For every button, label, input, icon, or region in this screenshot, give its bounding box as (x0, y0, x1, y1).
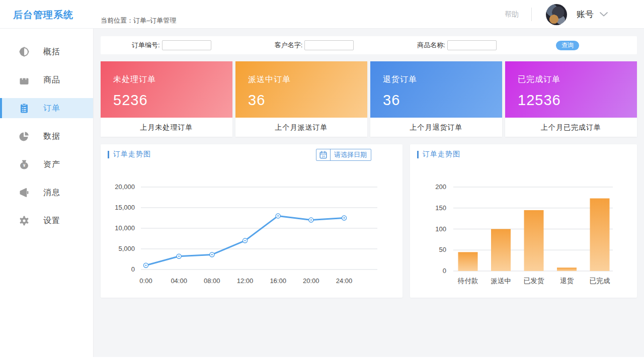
order-search-bar: 订单编号: 客户名字: 商品名称: 查询 (101, 36, 637, 54)
admin-dashboard: 后台管理系统 当前位置：订单–订单管理 帮助 账号 概括 (0, 0, 644, 362)
stat-card-returns: 退货订单 36 上个月退货订单 (370, 61, 502, 137)
help-link[interactable]: 帮助 (505, 10, 519, 19)
stat-card-footer: 上月未处理订单 (101, 118, 232, 137)
svg-text:200: 200 (435, 183, 446, 191)
svg-text:12:00: 12:00 (237, 277, 254, 285)
svg-text:50: 50 (439, 246, 446, 253)
sidebar-item-orders[interactable]: 订单 (0, 98, 93, 118)
header-divider (531, 8, 532, 21)
pie-chart-icon (18, 130, 30, 142)
svg-text:10,000: 10,000 (115, 224, 135, 232)
stat-card-value: 12536 (518, 92, 637, 109)
svg-text:20,000: 20,000 (115, 183, 135, 191)
money-bag-icon: ¥ (18, 158, 30, 170)
shopping-bag-icon (18, 74, 30, 86)
bar (557, 267, 577, 271)
product-name-input[interactable] (447, 40, 497, 50)
stat-card-value: 5236 (113, 92, 232, 109)
stat-card-completed: 已完成订单 12536 上个月已完成订单 (505, 61, 637, 137)
stat-card-footer: 上个月退货订单 (370, 118, 502, 137)
svg-text:退货: 退货 (560, 277, 574, 285)
order-status-bar-chart: 050100150200待付款派送中已发货退货已完成 (410, 164, 637, 295)
svg-text:24: 24 (322, 155, 325, 158)
chevron-down-icon (600, 12, 608, 17)
order-trend-line-chart: 05,00010,00015,00020,0000:0004:0008:0012… (101, 164, 403, 295)
date-picker-divider (330, 149, 331, 161)
bar (590, 199, 610, 271)
sidebar-item-messages[interactable]: 消息 (0, 183, 93, 203)
title-accent-bar (108, 151, 109, 158)
svg-text:100: 100 (435, 225, 446, 233)
sidebar-item-label: 消息 (43, 188, 60, 198)
svg-text:已完成: 已完成 (590, 277, 610, 285)
order-number-input[interactable] (162, 40, 211, 50)
svg-text:15,000: 15,000 (115, 204, 135, 211)
stat-cards-row: 未处理订单 5236 上月未处理订单 派送中订单 36 上个月派送订单 退货订单… (101, 61, 637, 137)
svg-text:20:00: 20:00 (303, 277, 319, 285)
sidebar-item-assets[interactable]: ¥ 资产 (0, 154, 93, 174)
stat-card-footer: 上个月派送订单 (235, 118, 367, 137)
svg-text:5,000: 5,000 (118, 245, 135, 252)
sidebar-item-overview[interactable]: 概括 (0, 42, 93, 62)
gear-icon (18, 215, 30, 227)
account-label: 账号 (577, 9, 594, 20)
stat-card-title: 派送中订单 (248, 74, 367, 85)
customer-name-label: 客户名字: (275, 41, 303, 50)
speaker-icon (18, 187, 30, 199)
svg-text:0: 0 (443, 267, 446, 275)
sidebar-nav: 概括 商品 订单 (0, 29, 94, 357)
date-picker-label: 请选择日期 (334, 150, 367, 159)
sidebar-item-label: 数据 (43, 131, 60, 142)
stat-card-unprocessed: 未处理订单 5236 上月未处理订单 (101, 61, 232, 137)
clipboard-icon (18, 102, 30, 114)
bar (524, 210, 544, 271)
query-button[interactable]: 查询 (556, 41, 579, 50)
order-trend-bar-panel: 订单走势图 050100150200待付款派送中已发货退货已完成 (410, 144, 637, 298)
top-header: 后台管理系统 当前位置：订单–订单管理 帮助 账号 (0, 0, 644, 29)
svg-text:0: 0 (131, 265, 135, 273)
stat-card-title: 退货订单 (383, 74, 502, 85)
product-name-label: 商品名称: (417, 41, 445, 50)
stat-card-value: 36 (248, 92, 367, 109)
panel-title: 订单走势图 (417, 150, 460, 159)
svg-text:0:00: 0:00 (139, 277, 152, 285)
stat-card-value: 36 (383, 92, 502, 109)
svg-text:¥: ¥ (23, 163, 26, 168)
svg-text:08:00: 08:00 (204, 277, 220, 285)
sidebar-item-label: 商品 (43, 75, 60, 85)
app-logo: 后台管理系统 (13, 9, 73, 22)
date-picker-button[interactable]: 24 请选择日期 (316, 149, 371, 161)
svg-text:150: 150 (435, 204, 446, 212)
svg-text:待付款: 待付款 (457, 277, 478, 285)
title-accent-bar (417, 151, 419, 158)
sidebar-item-label: 订单 (43, 103, 60, 114)
customer-name-input[interactable] (304, 40, 354, 50)
stat-card-title: 未处理订单 (113, 74, 232, 85)
bar (491, 229, 511, 272)
bar (458, 252, 478, 271)
sidebar-item-label: 概括 (43, 47, 60, 57)
sidebar-item-settings[interactable]: 设置 (0, 211, 93, 231)
svg-text:16:00: 16:00 (270, 277, 286, 285)
order-number-label: 订单编号: (132, 41, 160, 50)
calendar-icon: 24 (319, 151, 327, 159)
panel-title: 订单走势图 (108, 150, 151, 159)
sidebar-item-label: 设置 (43, 216, 60, 226)
breadcrumb: 当前位置：订单–订单管理 (101, 16, 176, 25)
contrast-icon (18, 46, 30, 58)
user-avatar[interactable] (546, 4, 567, 25)
svg-text:04:00: 04:00 (171, 277, 187, 285)
stat-card-title: 已完成订单 (518, 74, 637, 85)
svg-text:24:00: 24:00 (336, 277, 353, 285)
order-trend-line-panel: 订单走势图 24 请选择日期 05,00010,00015,00020,0000… (101, 144, 403, 298)
stat-card-footer: 上个月已完成订单 (505, 118, 637, 137)
svg-text:派送中: 派送中 (491, 277, 511, 285)
stat-card-delivering: 派送中订单 36 上个月派送订单 (235, 61, 367, 137)
sidebar-item-label: 资产 (43, 159, 60, 170)
svg-text:已发货: 已发货 (524, 277, 544, 285)
account-menu[interactable]: 账号 (577, 9, 608, 20)
sidebar-item-data[interactable]: 数据 (0, 126, 93, 146)
sidebar-item-products[interactable]: 商品 (0, 70, 93, 90)
main-content: 订单编号: 客户名字: 商品名称: 查询 未处理订单 5236 上月未处理订单 (94, 29, 644, 357)
